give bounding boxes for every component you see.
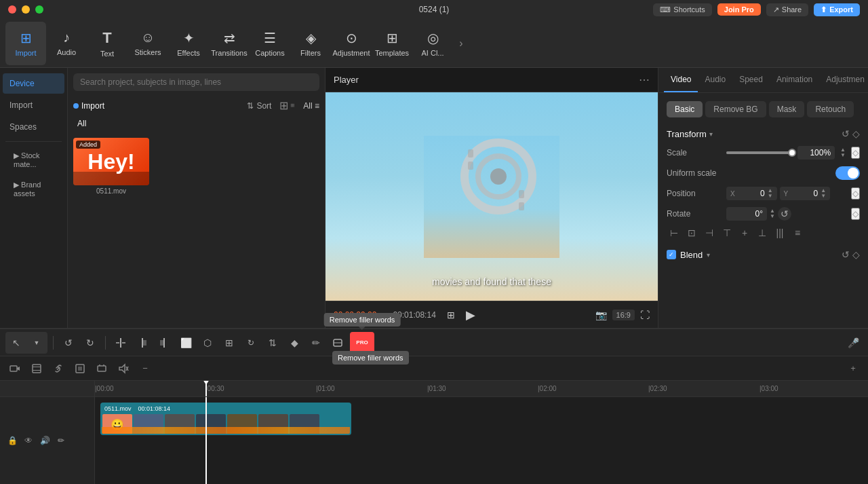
- fullscreen-button[interactable]: ⛶: [640, 310, 650, 320]
- split-at-head-button[interactable]: [111, 333, 130, 352]
- shortcuts-button[interactable]: ⌨ Shortcuts: [653, 3, 711, 16]
- minimize-window-button[interactable]: [22, 5, 30, 14]
- undo-button[interactable]: ↺: [59, 333, 78, 352]
- blend-collapse-icon[interactable]: ▾: [707, 251, 710, 259]
- position-x-input[interactable]: [738, 189, 765, 198]
- distribute-h-button[interactable]: |||: [772, 227, 787, 238]
- blend-checkbox[interactable]: ✓: [667, 250, 676, 259]
- timeline-film-button[interactable]: [27, 359, 46, 378]
- transform-keyframe-button[interactable]: ◇: [852, 128, 860, 139]
- freeze-button[interactable]: ⬡: [198, 333, 217, 352]
- grid-view-icon[interactable]: ⊞: [279, 99, 288, 112]
- sidebar-item-stock-mate[interactable]: ▶ Stock mate...: [3, 146, 64, 174]
- toolbar-item-ai-clip[interactable]: ◎ AI Cl...: [412, 22, 453, 65]
- cursor-select-dropdown[interactable]: ▼: [27, 333, 46, 352]
- sidebar-item-device[interactable]: Device: [3, 73, 64, 94]
- timeline-camera-button[interactable]: [5, 359, 24, 378]
- filter-all-button[interactable]: All ≡: [303, 101, 319, 111]
- flip-button[interactable]: ⇅: [263, 333, 282, 352]
- delete-button[interactable]: ⬜: [176, 333, 195, 352]
- position-x-decrement[interactable]: ▼: [768, 193, 773, 199]
- track-audio-button[interactable]: 🔊: [38, 434, 52, 447]
- timeline-link-button[interactable]: [49, 359, 68, 378]
- toolbar-item-text[interactable]: T Text: [87, 22, 127, 65]
- timeline-fit-button[interactable]: [92, 359, 111, 378]
- toolbar-item-filters[interactable]: ◈ Filters: [290, 22, 331, 65]
- sort-button[interactable]: ⇅ Sort: [247, 101, 271, 111]
- marker-button[interactable]: ◆: [285, 333, 304, 352]
- align-left-button[interactable]: ⊢: [667, 227, 682, 238]
- align-right-button[interactable]: ⊣: [702, 227, 717, 238]
- list-view-icon[interactable]: ≡: [290, 104, 297, 108]
- toolbar-item-adjustment[interactable]: ⊙ Adjustment: [331, 22, 372, 65]
- toolbar-item-stickers[interactable]: ☺ Stickers: [127, 22, 168, 65]
- align-top-button[interactable]: ⊤: [719, 227, 734, 238]
- maximize-window-button[interactable]: [35, 5, 43, 14]
- share-button[interactable]: ↗ Share: [766, 3, 808, 16]
- position-y-input[interactable]: [791, 189, 818, 198]
- import-button[interactable]: Import: [73, 101, 104, 111]
- track-lock-button[interactable]: 🔒: [5, 434, 19, 447]
- loop-button[interactable]: ↻: [241, 333, 260, 352]
- scale-decrement-button[interactable]: ▼: [840, 153, 846, 158]
- toolbar-item-import[interactable]: ⊞ Import: [5, 22, 46, 65]
- blend-reset-button[interactable]: ↺: [842, 249, 850, 260]
- cursor-tool-button[interactable]: ↖: [7, 333, 26, 352]
- search-input[interactable]: [73, 73, 319, 91]
- track-edit-button[interactable]: ✏: [54, 434, 68, 447]
- close-window-button[interactable]: [8, 5, 16, 14]
- record-button[interactable]: 🎤: [844, 333, 863, 352]
- toolbar-item-effects[interactable]: ✦ Effects: [168, 22, 209, 65]
- timeline-center-button[interactable]: [71, 359, 90, 378]
- trim-right-button[interactable]: [155, 333, 174, 352]
- crop-button[interactable]: ⊞: [220, 333, 239, 352]
- media-item[interactable]: Hey! Added 0511.mov: [73, 138, 149, 195]
- sidebar-item-brand-assets[interactable]: ▶ Brand assets: [3, 175, 64, 203]
- storyboard-view-button[interactable]: ⊞: [447, 310, 455, 320]
- sub-tab-basic[interactable]: Basic: [667, 101, 703, 117]
- join-pro-button[interactable]: Join Pro: [717, 3, 761, 16]
- scale-slider-thumb[interactable]: [788, 149, 796, 157]
- toolbar-item-templates[interactable]: ⊞ Templates: [372, 22, 412, 65]
- transform-reset-button[interactable]: ↺: [842, 128, 850, 139]
- video-clip[interactable]: 0511.mov 00:01:08:14 😀: [100, 403, 351, 435]
- blend-keyframe-button[interactable]: ◇: [852, 249, 860, 260]
- remove-filler-button[interactable]: PRO: [350, 332, 374, 354]
- toolbar-more-button[interactable]: ›: [453, 22, 469, 65]
- speed-button[interactable]: [328, 333, 347, 352]
- transform-collapse-icon[interactable]: ▾: [709, 130, 713, 138]
- toolbar-item-audio[interactable]: ♪ Audio: [46, 22, 87, 65]
- scale-input[interactable]: [797, 146, 835, 160]
- sub-tab-retouch[interactable]: Retouch: [807, 101, 854, 117]
- rotate-input[interactable]: [726, 207, 767, 221]
- tab-adjustment[interactable]: Adjustmen: [819, 68, 868, 92]
- rotate-ccw-button[interactable]: ↺: [778, 207, 791, 221]
- draw-button[interactable]: ✏: [307, 333, 326, 352]
- sub-tab-mask[interactable]: Mask: [769, 101, 805, 117]
- timeline-mute-button[interactable]: [114, 359, 133, 378]
- redo-button[interactable]: ↻: [81, 333, 100, 352]
- toolbar-item-transitions[interactable]: ⇄ Transitions: [209, 22, 250, 65]
- export-button[interactable]: ⬆ Export: [814, 3, 860, 16]
- position-keyframe-button[interactable]: ◇: [851, 187, 860, 200]
- media-tab-all[interactable]: All: [73, 117, 90, 130]
- uniform-scale-toggle[interactable]: [835, 166, 860, 180]
- tab-speed[interactable]: Speed: [732, 68, 770, 92]
- player-options-button[interactable]: ⋯: [639, 73, 650, 86]
- scale-keyframe-button[interactable]: ◇: [851, 147, 860, 159]
- align-center-h-button[interactable]: ⊡: [684, 227, 699, 238]
- toolbar-item-captions[interactable]: ☰ Captions: [250, 22, 290, 65]
- track-visibility-button[interactable]: 👁: [22, 434, 35, 447]
- play-button[interactable]: ▶: [466, 308, 475, 322]
- sub-tab-remove-bg[interactable]: Remove BG: [705, 101, 766, 117]
- distribute-v-button[interactable]: ≡: [790, 227, 805, 238]
- position-y-decrement[interactable]: ▼: [821, 193, 826, 199]
- rotate-decrement[interactable]: ▼: [770, 214, 775, 219]
- align-center-v-button[interactable]: +: [737, 227, 752, 238]
- tab-video[interactable]: Video: [664, 68, 698, 92]
- timeline-minus-button[interactable]: −: [136, 359, 155, 378]
- trim-left-button[interactable]: [133, 333, 152, 352]
- sidebar-item-spaces[interactable]: Spaces: [3, 117, 64, 137]
- rotate-keyframe-button[interactable]: ◇: [851, 208, 860, 220]
- timeline-zoom-button[interactable]: +: [844, 359, 863, 378]
